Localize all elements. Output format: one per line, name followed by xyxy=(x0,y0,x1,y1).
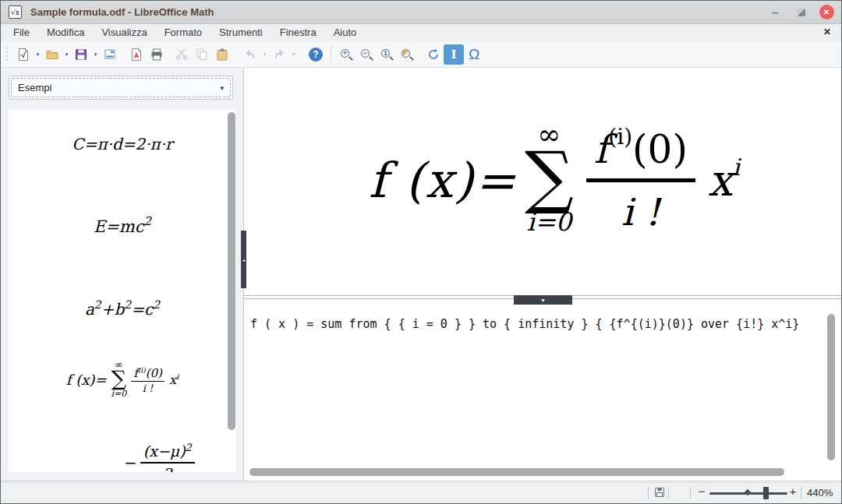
command-vertical-scrollbar[interactable] xyxy=(827,314,835,460)
redo-button[interactable] xyxy=(269,44,289,65)
menu-item-aiuto[interactable]: Aiuto xyxy=(325,24,366,41)
minimize-button[interactable]: – xyxy=(766,4,784,21)
statusbar: − + 440% xyxy=(1,481,841,503)
close-glyph: ✕ xyxy=(823,8,830,16)
help-icon: ? xyxy=(309,48,323,62)
maximize-icon xyxy=(798,9,805,16)
zoom-in-button[interactable]: + xyxy=(336,44,356,65)
formula-cursor-button[interactable]: I xyxy=(444,44,464,65)
standard-toolbar: ▾ ▾ ▾ ▾ xyxy=(1,41,841,68)
app-icon-glyph: √x xyxy=(11,9,19,16)
cut-button[interactable] xyxy=(172,44,192,65)
example-list-scrollbar[interactable] xyxy=(228,112,235,430)
category-dropdown[interactable]: Esempi ▾ xyxy=(9,76,233,100)
example-gaussian-partial[interactable]: − (x−μ)2 2 xyxy=(124,442,195,472)
omega-icon: Ω xyxy=(469,46,479,63)
undo-icon xyxy=(243,48,257,62)
menu-item-modifica[interactable]: Modifica xyxy=(38,24,93,41)
save-icon xyxy=(74,48,88,62)
zoom-slider-thumb[interactable] xyxy=(763,487,769,499)
toolbar-grip[interactable] xyxy=(3,46,10,63)
new-document-button[interactable] xyxy=(13,44,34,65)
formula-lhs: f (x)= xyxy=(369,152,517,209)
open-button[interactable] xyxy=(42,44,62,65)
elements-panel: Esempi ▾ C=π·d=2·π·r E=mc2 a2+b2=c2 f (x… xyxy=(1,68,244,481)
titlebar[interactable]: √x Sample formula.odf - LibreOffice Math… xyxy=(1,1,841,24)
cut-icon xyxy=(175,48,189,62)
redo-icon xyxy=(272,48,286,62)
example-taylor-series[interactable]: f (x)= ∞ ∑ i=0 f(i)(0) i ! xi xyxy=(9,361,236,399)
example-list: C=π·d=2·π·r E=mc2 a2+b2=c2 f (x)= ∞ ∑ i=… xyxy=(9,110,236,472)
formula-xterm: xi xyxy=(708,155,740,206)
copy-icon xyxy=(195,48,209,62)
menu-item-visualizza[interactable]: Visualizza xyxy=(93,24,155,41)
paste-icon xyxy=(215,48,229,62)
help-button[interactable]: ? xyxy=(306,44,326,65)
paste-button[interactable] xyxy=(212,44,232,65)
command-editor[interactable]: f ( x ) = sum from { { i = 0 } } to { in… xyxy=(244,305,841,481)
export-pdf-button[interactable] xyxy=(126,44,147,65)
command-horizontal-scrollbar[interactable] xyxy=(249,468,784,476)
zoom-out-control[interactable]: − xyxy=(695,485,708,498)
app-window: √x Sample formula.odf - LibreOffice Math… xyxy=(0,0,842,504)
view-splitter[interactable]: ▼ xyxy=(244,295,841,305)
menubar: File Modifica Visualizza Formato Strumen… xyxy=(1,24,841,41)
save-button[interactable] xyxy=(71,44,91,65)
panel-splitter-handle[interactable]: ◂ xyxy=(241,231,246,288)
symbols-catalog-button[interactable]: Ω xyxy=(464,44,484,65)
close-document-button[interactable]: ✕ xyxy=(823,26,831,37)
formula-fraction: f(i)(0) i ! xyxy=(586,127,695,234)
menu-item-file[interactable]: File xyxy=(5,24,38,41)
close-icon: ✕ xyxy=(819,5,834,19)
show-all-button[interactable] xyxy=(397,44,417,65)
update-button[interactable] xyxy=(423,44,444,65)
print-icon xyxy=(150,48,164,62)
undo-button[interactable] xyxy=(240,44,260,65)
print-button[interactable] xyxy=(147,44,167,65)
menu-item-finestra[interactable]: Finestra xyxy=(271,24,325,41)
formula-sum: ∞ ∑ i=0 xyxy=(525,122,574,238)
zoom-in-control[interactable]: + xyxy=(787,485,799,498)
app-icon: √x xyxy=(9,5,22,19)
menu-item-formato[interactable]: Formato xyxy=(156,24,210,41)
save-dropdown[interactable]: ▾ xyxy=(91,51,100,58)
example-pythagoras[interactable]: a2+b2=c2 xyxy=(9,300,236,319)
command-text[interactable]: f ( x ) = sum from { { i = 0 } } to { in… xyxy=(250,317,799,331)
content: Esempi ▾ C=π·d=2·π·r E=mc2 a2+b2=c2 f (x… xyxy=(1,68,841,481)
copy-button[interactable] xyxy=(192,44,212,65)
menu-item-strumenti[interactable]: Strumenti xyxy=(210,24,271,41)
edit-document-icon xyxy=(103,48,117,62)
show-all-icon xyxy=(400,48,414,62)
formula-preview[interactable]: f (x)= ∞ ∑ i=0 f(i)(0) i ! xi xyxy=(244,68,841,295)
zoom-in-icon: + xyxy=(339,48,353,62)
zoom-level[interactable]: 440% xyxy=(807,487,833,499)
view-splitter-handle[interactable]: ▼ xyxy=(514,295,572,305)
window-title: Sample formula.odf - LibreOffice Math xyxy=(30,6,766,18)
formula-display: f (x)= ∞ ∑ i=0 f(i)(0) i ! xi xyxy=(369,122,740,238)
splitter-arrow-icon: ◂ xyxy=(242,257,245,263)
example-circumference[interactable]: C=π·d=2·π·r xyxy=(9,135,236,153)
open-dropdown[interactable]: ▾ xyxy=(62,51,71,58)
zoom-100-icon: 1 xyxy=(380,48,394,62)
example-einstein[interactable]: E=mc2 xyxy=(9,217,236,236)
splitter-down-arrow-icon: ▼ xyxy=(540,298,546,303)
minimize-icon: – xyxy=(772,9,778,16)
zoom-100-button[interactable]: 1 xyxy=(377,44,397,65)
edit-mode-button[interactable] xyxy=(100,44,120,65)
category-dropdown-value: Esempi xyxy=(18,82,220,93)
main-area: f (x)= ∞ ∑ i=0 f(i)(0) i ! xi ▼ xyxy=(244,68,841,481)
chevron-down-icon: ▾ xyxy=(220,84,224,92)
zoom-out-icon: − xyxy=(359,48,373,62)
zoom-out-button[interactable]: − xyxy=(356,44,377,65)
save-status-icon[interactable] xyxy=(653,486,666,502)
export-pdf-icon xyxy=(129,48,143,62)
formula-cursor-icon: I xyxy=(451,48,456,62)
undo-dropdown[interactable]: ▾ xyxy=(260,51,269,58)
update-icon xyxy=(426,48,440,62)
open-folder-icon xyxy=(45,48,59,62)
close-button[interactable]: ✕ xyxy=(818,4,835,21)
maximize-button[interactable] xyxy=(793,4,810,21)
toolbar-separator xyxy=(331,47,331,62)
new-document-dropdown[interactable]: ▾ xyxy=(34,51,42,58)
redo-dropdown[interactable]: ▾ xyxy=(289,51,298,58)
